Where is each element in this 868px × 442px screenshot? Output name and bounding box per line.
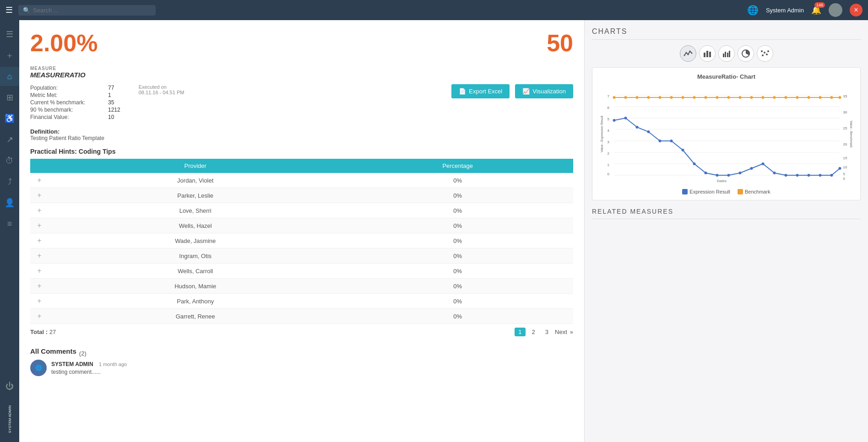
svg-point-70	[693, 162, 696, 165]
svg-rect-7	[709, 52, 711, 57]
expand-cell[interactable]: +	[30, 309, 49, 324]
expand-cell[interactable]: +	[30, 218, 49, 233]
svg-text:2: 2	[608, 151, 610, 156]
comments-section: All Comments (2) 🌐 SYSTEM ADMIN 1 month …	[30, 347, 573, 376]
expand-cell[interactable]: +	[30, 294, 49, 309]
pie-chart-button[interactable]	[738, 45, 754, 62]
provider-cell: Garrett, Renee	[49, 309, 342, 324]
sidebar-item-grid[interactable]: ⊞	[0, 88, 19, 107]
close-button[interactable]: ×	[850, 4, 863, 16]
metric-met-label: Metric Met:	[30, 92, 108, 99]
expand-cell[interactable]: +	[30, 173, 49, 188]
table-row: + Park, Anthony 0%	[30, 294, 573, 309]
svg-point-66	[647, 130, 650, 133]
svg-point-51	[716, 96, 719, 99]
executed-on-date: 08.11.16 - 04.51 PM	[139, 90, 184, 95]
svg-point-60	[819, 96, 822, 99]
svg-point-3	[689, 51, 690, 52]
financial-value: 10	[108, 113, 120, 121]
main-area: 2.00% 50 MEASURE MEASURERATIO Population…	[19, 20, 868, 442]
svg-point-76	[762, 162, 765, 165]
svg-point-81	[819, 174, 822, 177]
svg-text:20: 20	[843, 142, 847, 146]
charts-title: CHARTS	[592, 27, 861, 40]
svg-point-46	[659, 96, 662, 99]
globe-icon[interactable]: 🌐	[747, 5, 759, 16]
svg-point-79	[796, 174, 799, 177]
chart-container: MeasureRatio- Chart 7 6 5 4 3 2 1 0 35 3…	[592, 67, 861, 200]
table-row: + Parker, Leslie 0%	[30, 188, 573, 203]
sidebar-item-menu[interactable]: ☰	[0, 25, 19, 44]
sidebar-item-metrics[interactable]: ↗	[0, 130, 19, 149]
expand-cell[interactable]: +	[30, 203, 49, 218]
svg-point-78	[785, 174, 787, 177]
export-excel-button[interactable]: 📄 Export Excel	[451, 84, 510, 98]
provider-cell: Park, Anthony	[49, 294, 342, 309]
svg-text:1: 1	[608, 163, 610, 167]
export-icon: 📄	[459, 88, 466, 95]
related-measures-title: RELATED MEASURES	[592, 208, 861, 219]
svg-point-56	[773, 96, 776, 99]
sidebar-item-layers[interactable]: ≡	[0, 214, 19, 233]
scatter-chart-button[interactable]	[757, 45, 773, 62]
sidebar-user-label: SYSTEM ADMIN	[8, 401, 12, 433]
menu-icon[interactable]: ☰	[5, 5, 13, 15]
expand-cell[interactable]: +	[30, 279, 49, 294]
sidebar-item-add[interactable]: ＋	[0, 46, 19, 65]
visualization-button[interactable]: 📈 Visualization	[515, 84, 573, 98]
sidebar-item-accessibility[interactable]: ♿	[0, 109, 19, 128]
comment-body: SYSTEM ADMIN 1 month ago testing comment…	[51, 360, 127, 376]
measure-title: MEASURERATIO	[30, 71, 573, 79]
sidebar-item-home[interactable]: ⌂	[0, 67, 19, 86]
stat-count: 50	[547, 29, 573, 57]
hints-title: Practical Hints: Coding Tips	[30, 148, 573, 155]
chart-svg: 7 6 5 4 3 2 1 0 35 30 25 20 15 10 5 0	[598, 84, 855, 186]
line-chart-button[interactable]	[680, 45, 696, 62]
last-page-button[interactable]: »	[570, 329, 573, 335]
user-name: System Admin	[766, 7, 804, 14]
bar-chart-button[interactable]	[699, 45, 716, 62]
svg-text:3: 3	[608, 140, 610, 144]
provider-cell: Wade, Jasmine	[49, 233, 342, 248]
search-box[interactable]: 🔍	[18, 5, 156, 16]
svg-point-54	[750, 96, 753, 99]
svg-point-63	[613, 119, 616, 122]
provider-cell: Jordan, Violet	[49, 173, 342, 188]
population-label: Population:	[30, 84, 108, 92]
comment-author: SYSTEM ADMIN	[51, 361, 93, 367]
svg-point-49	[693, 96, 696, 99]
page-2[interactable]: 2	[528, 328, 539, 336]
svg-text:5: 5	[608, 117, 610, 121]
stats-row: 2.00% 50	[30, 29, 573, 57]
svg-point-65	[636, 126, 639, 129]
svg-point-16	[767, 50, 769, 52]
expand-cell[interactable]: +	[30, 233, 49, 248]
sidebar-item-share[interactable]: ⤴	[0, 172, 19, 191]
expand-cell[interactable]: +	[30, 264, 49, 279]
expand-cell[interactable]: +	[30, 248, 49, 264]
svg-point-77	[773, 172, 776, 174]
comment-item: 🌐 SYSTEM ADMIN 1 month ago testing comme…	[30, 360, 573, 376]
svg-point-74	[739, 172, 742, 174]
svg-text:Value - Expression Result: Value - Expression Result	[600, 116, 604, 152]
next-page-button[interactable]: Next	[555, 329, 567, 335]
sidebar-item-clock[interactable]: ⏱	[0, 151, 19, 170]
expand-cell[interactable]: +	[30, 188, 49, 203]
svg-text:25: 25	[843, 126, 847, 130]
bar-chart-grouped-button[interactable]	[718, 45, 735, 62]
svg-point-83	[839, 167, 841, 170]
table-row: + Wells, Carroll 0%	[30, 264, 573, 279]
svg-rect-6	[706, 51, 708, 57]
page-1[interactable]: 1	[515, 328, 525, 336]
col-percentage-header: Percentage	[342, 159, 573, 173]
sidebar-item-user[interactable]: 👤	[0, 193, 19, 212]
legend-benchmark-label: Benchmark	[745, 189, 770, 194]
svg-point-68	[670, 140, 673, 142]
page-3[interactable]: 3	[542, 328, 552, 336]
search-input[interactable]	[33, 7, 151, 14]
svg-text:7: 7	[608, 94, 610, 98]
comment-avatar: 🌐	[30, 360, 47, 376]
sidebar-item-power[interactable]: ⏻	[0, 377, 19, 396]
svg-text:0: 0	[843, 177, 846, 181]
legend-benchmark-dot	[738, 189, 743, 194]
